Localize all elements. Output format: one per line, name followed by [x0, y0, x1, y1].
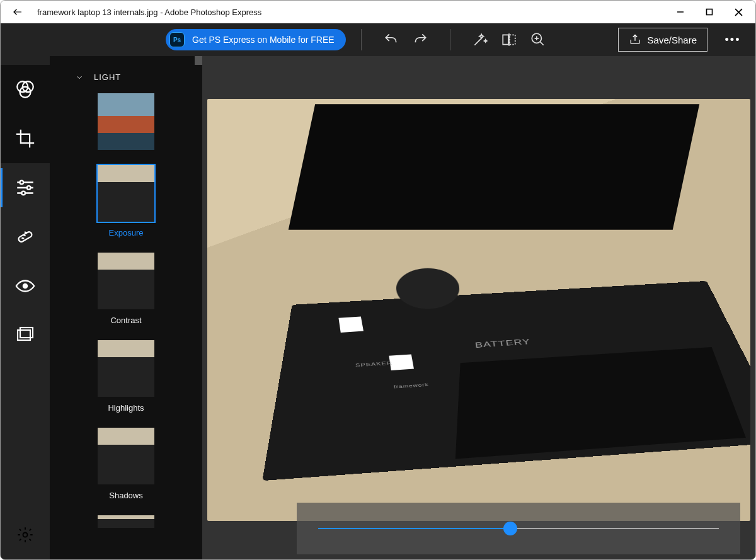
- filename: framework laptop 13 internals.jpg: [37, 8, 158, 17]
- main-toolbar: Ps Get PS Express on Mobile for FREE Sav…: [1, 23, 755, 56]
- adjust-sample-thumb: [98, 93, 154, 150]
- adjust-sample[interactable]: [98, 93, 154, 150]
- light-group-header[interactable]: LIGHT: [50, 67, 202, 93]
- adjustment-slider[interactable]: [318, 528, 719, 529]
- auto-enhance-button[interactable]: [466, 25, 495, 54]
- image-viewport[interactable]: BATTERY SPEAKER framework: [207, 99, 750, 559]
- maximize-button[interactable]: [695, 1, 724, 23]
- main-area: LIGHT Exposure Contrast Highlights: [1, 56, 755, 559]
- svg-point-11: [23, 283, 28, 289]
- adjust-next[interactable]: [98, 515, 154, 528]
- svg-point-7: [20, 181, 24, 185]
- adjust-shadows-thumb: [98, 428, 154, 484]
- adjust-shadows[interactable]: Shadows: [98, 428, 154, 500]
- ps-logo-icon: Ps: [169, 32, 185, 47]
- svg-rect-0: [707, 9, 713, 15]
- tool-adjust[interactable]: [1, 163, 50, 212]
- chevron-down-icon: [75, 73, 84, 82]
- adjust-exposure-label: Exposure: [109, 228, 144, 237]
- adjust-highlights-thumb: [98, 340, 154, 397]
- tool-spot-heal[interactable]: [1, 212, 50, 261]
- adjust-exposure[interactable]: Exposure: [98, 165, 154, 237]
- adjust-exposure-thumb: [98, 165, 154, 222]
- svg-point-9: [21, 191, 25, 195]
- window-controls: [666, 1, 753, 23]
- tool-crop[interactable]: [1, 114, 50, 163]
- adjust-highlights-label: Highlights: [108, 403, 144, 413]
- app-window: framework laptop 13 internals.jpg - Adob…: [0, 0, 756, 560]
- promo-label: Get PS Express on Mobile for FREE: [192, 35, 335, 45]
- slider-handle[interactable]: [503, 522, 517, 535]
- settings-button[interactable]: [1, 519, 50, 551]
- qr-code-icon: [338, 316, 364, 332]
- panel-scrollbar[interactable]: [195, 56, 202, 559]
- zoom-button[interactable]: [524, 25, 553, 54]
- back-button[interactable]: [3, 1, 32, 23]
- svg-point-14: [23, 533, 28, 537]
- adjustments-panel: LIGHT Exposure Contrast Highlights: [50, 56, 202, 559]
- window-title: framework laptop 13 internals.jpg - Adob…: [37, 8, 666, 17]
- compare-button[interactable]: [495, 25, 524, 54]
- mobile-promo-button[interactable]: Ps Get PS Express on Mobile for FREE: [166, 29, 346, 50]
- canvas-area: BATTERY SPEAKER framework: [202, 56, 755, 559]
- group-label: LIGHT: [94, 72, 121, 82]
- adjust-next-thumb: [98, 515, 154, 528]
- adjustment-list: Exposure Contrast Highlights Shadows: [50, 93, 202, 539]
- undo-button[interactable]: [377, 25, 406, 54]
- redo-button[interactable]: [406, 25, 435, 54]
- svg-rect-2: [510, 35, 515, 44]
- titlebar: framework laptop 13 internals.jpg - Adob…: [1, 1, 755, 23]
- tool-redeye[interactable]: [1, 261, 50, 311]
- svg-rect-1: [503, 35, 508, 44]
- share-label: Save/Share: [648, 35, 697, 45]
- qr-code-icon: [389, 354, 414, 370]
- adjust-highlights[interactable]: Highlights: [98, 340, 154, 413]
- adjustment-slider-box: [297, 503, 740, 554]
- svg-point-8: [27, 186, 31, 190]
- more-menu-button[interactable]: •••: [720, 33, 745, 47]
- adjust-contrast-label: Contrast: [110, 316, 141, 325]
- tool-borders[interactable]: [1, 311, 50, 360]
- left-toolbar: [1, 56, 50, 559]
- photo: BATTERY SPEAKER framework: [207, 99, 750, 521]
- adjust-shadows-label: Shadows: [109, 491, 142, 500]
- adjust-contrast[interactable]: Contrast: [98, 253, 154, 325]
- tool-looks[interactable]: [1, 65, 50, 114]
- close-button[interactable]: [724, 1, 753, 23]
- app-name: Adobe Photoshop Express: [164, 8, 261, 17]
- minimize-button[interactable]: [666, 1, 695, 23]
- adjust-contrast-thumb: [98, 253, 154, 309]
- save-share-button[interactable]: Save/Share: [618, 28, 707, 52]
